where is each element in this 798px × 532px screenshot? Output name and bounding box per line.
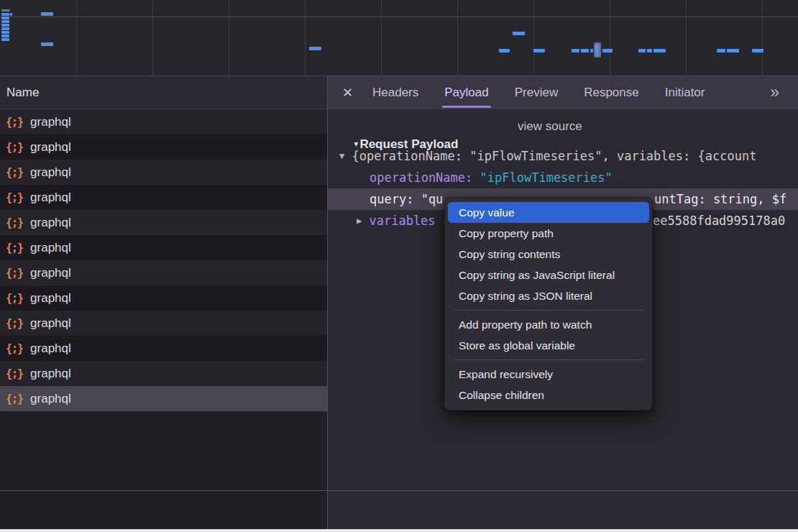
menu-item-add-property-path-to-watch[interactable]: Add property path to watch bbox=[448, 314, 649, 335]
column-header-name[interactable]: Name bbox=[0, 76, 327, 109]
request-timing-bar bbox=[41, 42, 53, 46]
overview-gridline bbox=[533, 0, 534, 75]
json-fetch-icon: {;} bbox=[6, 317, 23, 330]
json-fetch-icon: {;} bbox=[6, 367, 23, 380]
json-fetch-icon: {;} bbox=[6, 216, 23, 229]
json-fetch-icon: {;} bbox=[6, 267, 23, 280]
request-row-graphql[interactable]: {;}graphql bbox=[0, 210, 327, 235]
request-timing-bar bbox=[1, 13, 9, 16]
menu-divider bbox=[454, 310, 643, 311]
request-row-graphql[interactable]: {;}graphql bbox=[0, 311, 327, 336]
request-name-label: graphql bbox=[30, 216, 71, 230]
request-timing-bar bbox=[1, 17, 9, 19]
tab-response[interactable]: Response bbox=[584, 76, 639, 109]
request-name-label: graphql bbox=[30, 191, 71, 205]
close-icon[interactable]: ✕ bbox=[342, 76, 353, 109]
request-timing-bar bbox=[595, 44, 599, 56]
menu-item-copy-string-contents[interactable]: Copy string contents bbox=[448, 244, 649, 265]
request-timing-bar bbox=[752, 49, 763, 52]
tab-initiator[interactable]: Initiator bbox=[665, 76, 705, 109]
network-overview[interactable] bbox=[0, 0, 798, 76]
request-row-graphql[interactable]: {;}graphql bbox=[0, 185, 327, 210]
more-tabs-icon[interactable]: » bbox=[770, 76, 778, 109]
property-value: "ipFlowTimeseries" bbox=[480, 170, 613, 185]
json-fetch-icon: {;} bbox=[6, 342, 23, 355]
overview-gridline bbox=[229, 0, 229, 75]
menu-item-store-as-global-variable[interactable]: Store as global variable bbox=[448, 335, 649, 356]
panel-resize-handle[interactable] bbox=[327, 76, 328, 530]
request-name-label: graphql bbox=[30, 266, 71, 280]
json-fetch-icon: {;} bbox=[6, 166, 23, 179]
request-timing-bar bbox=[499, 49, 510, 52]
request-row-graphql[interactable]: {;}graphql bbox=[0, 386, 327, 411]
details-tab-bar: ✕ HeadersPayloadPreviewResponseInitiator… bbox=[328, 76, 798, 109]
request-row-graphql[interactable]: {;}graphql bbox=[0, 109, 327, 134]
request-timing-bar bbox=[717, 49, 725, 52]
overview-gridline bbox=[381, 0, 382, 75]
overview-baseline bbox=[0, 17, 798, 17]
request-row-graphql[interactable]: {;}graphql bbox=[0, 160, 327, 185]
request-name-label: graphql bbox=[30, 392, 71, 406]
json-fetch-icon: {;} bbox=[6, 191, 23, 204]
menu-item-copy-property-path[interactable]: Copy property path bbox=[448, 223, 649, 244]
json-fetch-icon: {;} bbox=[6, 116, 23, 129]
overview-gridline bbox=[305, 0, 306, 75]
overview-gridline bbox=[152, 0, 153, 75]
request-timing-bar bbox=[1, 38, 9, 41]
menu-item-copy-string-as-javascript-literal[interactable]: Copy string as JavaScript literal bbox=[448, 265, 649, 285]
window-bottom-edge bbox=[0, 529, 798, 532]
property-key: operationName: bbox=[370, 170, 480, 185]
request-row-graphql[interactable]: {;}graphql bbox=[0, 361, 327, 386]
request-row-graphql[interactable]: {;}graphql bbox=[0, 235, 327, 260]
menu-item-copy-value[interactable]: Copy value bbox=[448, 202, 649, 223]
menu-divider bbox=[454, 359, 643, 360]
tab-headers[interactable]: Headers bbox=[372, 76, 418, 109]
menu-item-collapse-children[interactable]: Collapse children bbox=[448, 385, 649, 405]
request-name-label: graphql bbox=[30, 316, 71, 331]
request-timing-bar bbox=[581, 49, 589, 52]
json-fetch-icon: {;} bbox=[6, 393, 23, 405]
devtools-network-panel: Name {;}graphql{;}graphql{;}graphql{;}gr… bbox=[0, 0, 798, 532]
request-row-graphql[interactable]: {;}graphql bbox=[0, 285, 327, 311]
request-timing-bar bbox=[638, 49, 646, 52]
request-timing-bar bbox=[653, 49, 666, 52]
json-fetch-icon: {;} bbox=[6, 292, 23, 305]
request-timing-bar bbox=[1, 20, 9, 23]
context-menu: Copy valueCopy property pathCopy string … bbox=[444, 197, 653, 411]
json-fetch-icon: {;} bbox=[6, 242, 23, 254]
request-name-label: graphql bbox=[30, 115, 71, 129]
property-key: query: "qu bbox=[370, 192, 443, 206]
payload-preview-text: {operationName: "ipFlowTimeseries", vari… bbox=[344, 149, 756, 163]
request-timing-bar bbox=[590, 49, 593, 52]
tab-payload[interactable]: Payload bbox=[444, 76, 488, 109]
request-payload-section-header[interactable]: ▾Request Payload view source bbox=[334, 118, 458, 135]
overview-gridline bbox=[76, 0, 77, 75]
request-timing-bar bbox=[1, 24, 9, 27]
tab-preview[interactable]: Preview bbox=[515, 76, 558, 109]
request-timing-bar bbox=[1, 27, 9, 30]
request-timing-bar bbox=[1, 35, 9, 37]
property-value-fragment: untTag: string, $f bbox=[654, 188, 786, 210]
request-timing-bar bbox=[41, 12, 53, 16]
request-timing-bar bbox=[533, 49, 545, 52]
request-name-label: graphql bbox=[30, 367, 71, 381]
view-source-link[interactable]: view source bbox=[518, 118, 582, 135]
request-row-graphql[interactable]: {;}graphql bbox=[0, 134, 327, 160]
request-timing-bar bbox=[727, 49, 739, 52]
payload-row-operation-name[interactable]: operationName: "ipFlowTimeseries" bbox=[328, 167, 798, 188]
request-name-label: graphql bbox=[30, 241, 71, 255]
column-header-label: Name bbox=[6, 86, 39, 99]
request-row-graphql[interactable]: {;}graphql bbox=[0, 336, 327, 361]
menu-item-copy-string-as-json-literal[interactable]: Copy string as JSON literal bbox=[448, 285, 649, 306]
overview-gridline bbox=[686, 0, 687, 75]
request-timing-bar bbox=[513, 32, 525, 35]
request-row-graphql[interactable]: {;}graphql bbox=[0, 260, 327, 285]
request-timing-bar bbox=[10, 13, 12, 16]
request-timing-bar bbox=[602, 49, 613, 52]
overview-gridline bbox=[610, 0, 610, 75]
menu-item-expand-recursively[interactable]: Expand recursively bbox=[448, 364, 649, 385]
payload-root-row[interactable]: ▼ {operationName: "ipFlowTimeseries", va… bbox=[328, 145, 798, 167]
requests-panel: Name {;}graphql{;}graphql{;}graphql{;}gr… bbox=[0, 76, 327, 529]
request-name-label: graphql bbox=[30, 341, 71, 356]
request-timing-bar bbox=[1, 9, 10, 12]
